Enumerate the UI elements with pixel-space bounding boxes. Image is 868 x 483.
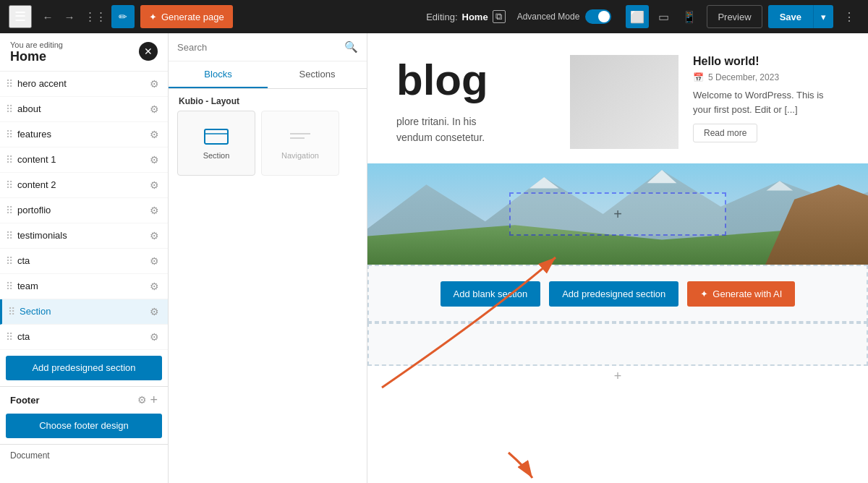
section-drop-zone[interactable]: +: [509, 192, 726, 236]
sidebar-item-label: about: [17, 103, 148, 114]
add-blank-section-button[interactable]: Add blank section: [441, 281, 541, 307]
item-settings-button[interactable]: ⚙: [148, 77, 161, 91]
more-options-button[interactable]: ⋮: [839, 7, 859, 27]
block-item-label: Section: [203, 151, 230, 160]
block-item-section[interactable]: Section: [177, 111, 255, 176]
sidebar-item-section[interactable]: ⠿ Section ⚙: [0, 299, 168, 325]
blog-text-2: vendum consetetur.: [396, 129, 541, 145]
topbar: ☰ ← → ⋮⋮ ✏ ✦ Generate page Editing: Home…: [0, 0, 868, 33]
landscape-overlay: +: [367, 163, 868, 265]
blog-title: blog: [396, 55, 541, 105]
footer-title: Footer: [10, 395, 135, 406]
sidebar: You are editing Home ✕ ⠿ hero accent ⚙ ⠿…: [0, 33, 169, 483]
page-settings-icon[interactable]: ⧉: [493, 10, 506, 23]
main-content: You are editing Home ✕ ⠿ hero accent ⚙ ⠿…: [0, 33, 868, 483]
sidebar-item-label: content 1: [17, 154, 148, 165]
drag-handle-icon: ⠿: [6, 129, 13, 140]
blocks-grid: Section Navigation: [169, 111, 367, 184]
tablet-button[interactable]: ▭: [652, 5, 675, 28]
item-settings-button[interactable]: ⚙: [148, 254, 161, 268]
undo-redo-group: ← →: [38, 7, 80, 27]
item-settings-button[interactable]: ⚙: [148, 178, 161, 192]
item-settings-button[interactable]: ⚙: [148, 153, 161, 167]
sidebar-item-features[interactable]: ⠿ features ⚙: [0, 122, 168, 148]
item-settings-button[interactable]: ⚙: [148, 228, 161, 243]
drag-handle-icon: ⠿: [6, 230, 13, 241]
drag-handle-icon: ⠿: [8, 306, 15, 317]
footer-header: Footer ⚙ +: [0, 386, 168, 414]
save-button[interactable]: Save: [768, 5, 813, 28]
sidebar-item-label: Section: [20, 306, 148, 317]
generate-icon: ✦: [149, 12, 157, 22]
item-settings-button[interactable]: ⚙: [148, 279, 161, 294]
sidebar-item-cta2[interactable]: ⠿ cta ⚙: [0, 325, 168, 350]
sidebar-item-team[interactable]: ⠿ team ⚙: [0, 274, 168, 299]
sidebar-item-label: features: [17, 129, 148, 140]
canvas-inner: blog plore tritani. In his vendum conset…: [367, 33, 868, 483]
tab-sections[interactable]: Sections: [268, 61, 367, 88]
navigation-block-icon: [287, 127, 313, 147]
add-content-icon: +: [613, 206, 622, 223]
sidebar-item-cta[interactable]: ⠿ cta ⚙: [0, 249, 168, 274]
item-settings-button[interactable]: ⚙: [148, 304, 161, 319]
sidebar-item-testimonials[interactable]: ⠿ testimonials ⚙: [0, 223, 168, 249]
add-predesigned-section-button[interactable]: Add predesigned section: [6, 356, 162, 380]
save-group: Save ▾: [768, 5, 833, 28]
add-predesigned-section-button[interactable]: Add predesigned section: [549, 281, 678, 307]
sidebar-item-content2[interactable]: ⠿ content 2 ⚙: [0, 173, 168, 198]
item-settings-button[interactable]: ⚙: [148, 127, 161, 142]
editing-page-name: Home: [10, 49, 63, 65]
drag-handle-icon: ⠿: [6, 154, 13, 166]
advanced-mode-toggle[interactable]: [585, 9, 611, 24]
edit-button[interactable]: ✏: [111, 5, 135, 28]
generate-with-ai-button[interactable]: ✦ Generate with AI: [687, 281, 795, 307]
choose-footer-button[interactable]: Choose footer design: [6, 414, 162, 438]
search-bar: 🔍: [169, 33, 367, 61]
redo-button[interactable]: →: [59, 7, 80, 27]
sidebar-close-button[interactable]: ✕: [139, 42, 158, 61]
generate-page-button[interactable]: ✦ Generate page: [140, 5, 233, 28]
sidebar-item-about[interactable]: ⠿ about ⚙: [0, 97, 168, 122]
mobile-button[interactable]: 📱: [678, 5, 701, 28]
undo-button[interactable]: ←: [38, 7, 58, 27]
blog-post-text: Welcome to WordPress. This is your first…: [693, 88, 839, 116]
sidebar-item-content1[interactable]: ⠿ content 1 ⚙: [0, 148, 168, 173]
sidebar-item-label: content 2: [17, 179, 148, 190]
drag-handle-icon: ⠿: [6, 179, 13, 191]
advanced-mode-group: Advanced Mode: [517, 9, 612, 24]
section-block-icon: [203, 127, 229, 147]
footer-drop-zone: [367, 322, 868, 366]
sidebar-item-label: cta: [17, 255, 148, 266]
drag-handle-icon: ⠿: [6, 78, 13, 90]
footer-plus-icon[interactable]: +: [367, 369, 868, 384]
history-button[interactable]: ⋮⋮: [85, 7, 106, 27]
landscape-section: +: [367, 163, 868, 265]
blog-post-date: 📅 5 December, 2023: [693, 72, 839, 82]
sidebar-item-label: testimonials: [17, 230, 148, 241]
block-item-navigation[interactable]: Navigation: [261, 111, 339, 176]
sidebar-editing-header: You are editing Home ✕: [0, 33, 168, 72]
tab-blocks[interactable]: Blocks: [169, 61, 268, 88]
menu-button[interactable]: ☰: [9, 5, 32, 28]
device-buttons: ⬜ ▭ 📱: [626, 5, 701, 28]
save-dropdown-button[interactable]: ▾: [813, 5, 833, 28]
item-settings-button[interactable]: ⚙: [148, 203, 161, 218]
sidebar-item-portoflio[interactable]: ⠿ portoflio ⚙: [0, 198, 168, 223]
blog-post-image: [570, 55, 678, 149]
read-more-button[interactable]: Read more: [693, 124, 757, 142]
item-settings-button[interactable]: ⚙: [148, 102, 161, 116]
canvas: blog plore tritani. In his vendum conset…: [367, 33, 868, 483]
sidebar-item-hero-accent[interactable]: ⠿ hero accent ⚙: [0, 72, 168, 97]
item-settings-button[interactable]: ⚙: [148, 330, 161, 344]
sidebar-sections-list: ⠿ hero accent ⚙ ⠿ about ⚙ ⠿ features ⚙ ⠿…: [0, 72, 168, 483]
desktop-button[interactable]: ⬜: [626, 5, 649, 28]
footer-settings-button[interactable]: ⚙: [137, 394, 147, 406]
preview-button[interactable]: Preview: [707, 5, 762, 28]
editing-prefix-label: You are editing: [10, 40, 63, 49]
add-section-area: Add blank section Add predesigned sectio…: [367, 265, 868, 322]
search-icon: 🔍: [344, 40, 358, 54]
sidebar-item-label: hero accent: [17, 78, 148, 89]
footer-add-button[interactable]: +: [150, 393, 158, 408]
sidebar-item-label: portoflio: [17, 205, 148, 215]
search-input[interactable]: [177, 42, 339, 53]
